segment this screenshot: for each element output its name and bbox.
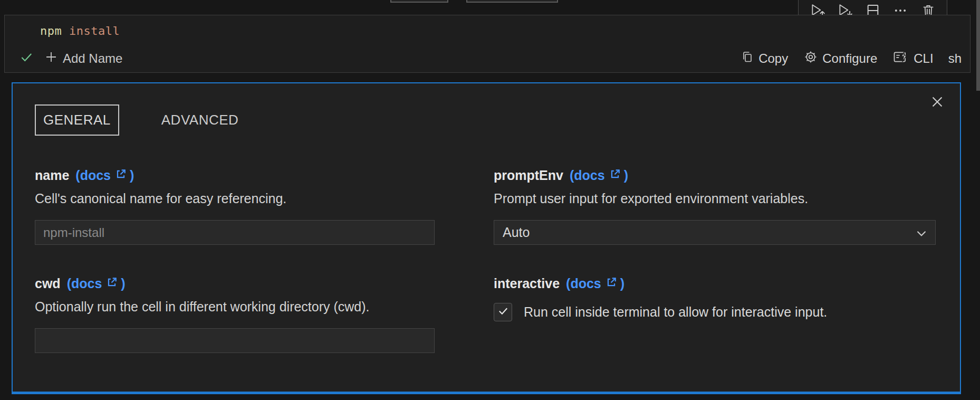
- interactive-label-row: interactive (docs ): [494, 275, 936, 291]
- cli-button[interactable]: CLI: [893, 50, 933, 67]
- add-name-button[interactable]: Add Name: [45, 51, 122, 66]
- cell-code-editor[interactable]: npm install: [40, 24, 120, 37]
- close-icon: [930, 95, 944, 111]
- external-link-icon: [601, 275, 620, 291]
- cli-label: CLI: [914, 51, 933, 66]
- dialog-tabs: GENERAL ADVANCED: [35, 104, 936, 136]
- name-label-row: name (docs ): [35, 167, 435, 183]
- checkmark-icon: [497, 304, 510, 320]
- promptenv-label-row: promptEnv (docs ): [494, 167, 936, 183]
- cwd-label: cwd: [35, 276, 61, 291]
- external-link-icon: [605, 167, 624, 183]
- name-input[interactable]: [35, 220, 435, 245]
- field-promptenv: promptEnv (docs ) Prompt user input for …: [494, 167, 936, 245]
- copy-icon: [741, 50, 758, 67]
- external-link-icon: [102, 275, 121, 291]
- interactive-label: interactive: [494, 276, 560, 291]
- name-docs-link[interactable]: (docs ): [75, 167, 134, 183]
- add-name-label: Add Name: [63, 51, 122, 66]
- code-argument-token: install: [62, 24, 120, 37]
- dialog-fields-grid: name (docs ) Cell's canonical name for e…: [35, 167, 936, 353]
- promptenv-docs-link[interactable]: (docs ): [570, 167, 628, 183]
- external-link-icon: [111, 167, 130, 183]
- promptenv-selected-value: Auto: [503, 225, 530, 240]
- field-interactive: interactive (docs ) Ru: [494, 275, 936, 353]
- cell-configure-dialog: GENERAL ADVANCED name (docs ) Cell's can…: [12, 82, 961, 394]
- plus-icon: [45, 51, 63, 66]
- interactive-checkbox[interactable]: [494, 303, 512, 321]
- promptenv-label: promptEnv: [494, 168, 563, 183]
- interactive-docs-link[interactable]: (docs ): [566, 275, 624, 291]
- configure-button[interactable]: Configure: [804, 50, 877, 67]
- cli-terminal-icon: [893, 50, 914, 67]
- notebook-cell: npm install Add Name: [4, 15, 971, 73]
- cell-status-bar: Add Name Copy Configure: [5, 48, 970, 69]
- cwd-input[interactable]: [35, 328, 435, 353]
- cwd-docs-link[interactable]: (docs ): [67, 275, 126, 291]
- tab-general[interactable]: GENERAL: [35, 104, 119, 136]
- cwd-description: Optionally run the cell in different wor…: [35, 299, 435, 315]
- field-cwd: cwd (docs ) Optionally run the cell in d…: [35, 275, 435, 353]
- notebook-editor: npm install Add Name: [0, 0, 980, 400]
- copy-button[interactable]: Copy: [741, 50, 788, 67]
- name-label: name: [35, 168, 69, 183]
- editor-scrollbar[interactable]: [976, 0, 980, 91]
- promptenv-description: Prompt user input for exported environme…: [494, 191, 936, 206]
- chevron-down-icon: [916, 225, 927, 240]
- cwd-label-row: cwd (docs ): [35, 275, 435, 291]
- field-name: name (docs ) Cell's canonical name for e…: [35, 167, 435, 245]
- interactive-checkbox-label: Run cell inside terminal to allow for in…: [524, 304, 827, 320]
- cutoff-button-top-left: [390, 0, 448, 3]
- tab-advanced[interactable]: ADVANCED: [154, 106, 246, 135]
- language-picker[interactable]: sh: [948, 51, 962, 66]
- copy-label: Copy: [758, 51, 788, 66]
- name-description: Cell's canonical name for easy referenci…: [35, 191, 435, 206]
- success-check-icon: [20, 50, 33, 67]
- configure-label: Configure: [822, 51, 877, 66]
- dialog-close-button[interactable]: [928, 94, 946, 112]
- promptenv-select[interactable]: Auto: [494, 220, 936, 245]
- code-command-token: npm: [40, 24, 62, 37]
- interactive-checkbox-row: Run cell inside terminal to allow for in…: [494, 303, 936, 321]
- gear-icon: [804, 50, 822, 67]
- cutoff-button-top-right: [466, 0, 558, 3]
